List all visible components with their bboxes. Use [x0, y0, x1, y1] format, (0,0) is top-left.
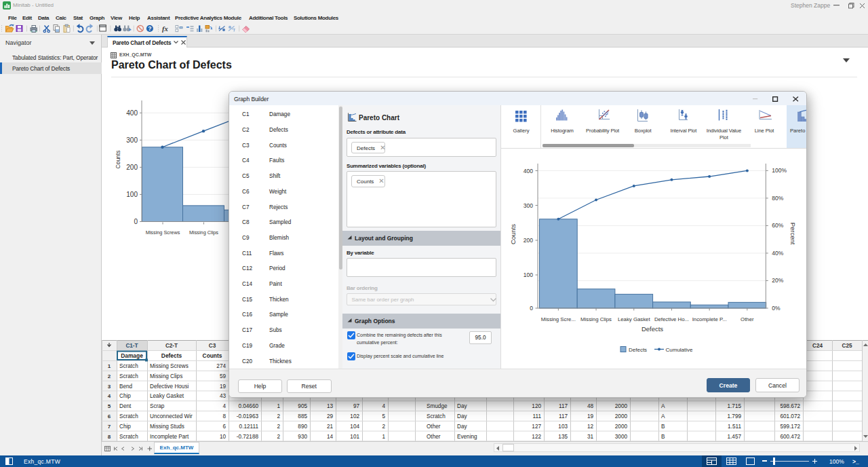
svg-text:59: 59: [220, 373, 226, 379]
svg-text:12: 12: [587, 424, 594, 430]
svg-text:C1-T: C1-T: [125, 343, 138, 349]
svg-text:Smudge: Smudge: [427, 403, 448, 409]
svg-text:B: B: [661, 434, 665, 440]
svg-text:Counts: Counts: [115, 151, 121, 169]
svg-text:Defects: Defects: [629, 347, 647, 353]
svg-text:0%: 0%: [772, 305, 781, 312]
svg-text:8: 8: [108, 434, 111, 440]
svg-text:6: 6: [222, 424, 226, 430]
svg-text:Defective Housi: Defective Housi: [150, 384, 189, 390]
svg-text:3000: 3000: [615, 434, 628, 440]
svg-text:Defective Ho...: Defective Ho...: [654, 316, 689, 322]
svg-text:2000: 2000: [615, 413, 628, 419]
svg-text:930: 930: [298, 434, 307, 440]
svg-text:7: 7: [108, 424, 111, 430]
svg-text:Day: Day: [457, 424, 467, 430]
svg-text:A: A: [661, 413, 665, 419]
svg-text:1.457: 1.457: [728, 434, 742, 440]
svg-text:19: 19: [587, 413, 594, 419]
svg-text:14: 14: [327, 434, 334, 440]
svg-text:B: B: [661, 424, 665, 430]
svg-text:80%: 80%: [772, 195, 783, 202]
svg-text:13: 13: [327, 403, 334, 409]
svg-text:43: 43: [220, 393, 226, 399]
svg-text:1: 1: [108, 363, 111, 369]
svg-text:2000: 2000: [615, 424, 628, 430]
svg-text:4: 4: [222, 403, 226, 409]
svg-text:Missing Screws: Missing Screws: [146, 229, 180, 236]
svg-text:111: 111: [533, 413, 542, 419]
svg-text:Scratch: Scratch: [119, 363, 138, 369]
svg-text:Evening: Evening: [457, 434, 477, 440]
svg-text:0.12111: 0.12111: [239, 424, 259, 430]
svg-text:C25: C25: [842, 343, 852, 349]
svg-text:Scratch: Scratch: [119, 373, 138, 379]
svg-text:Percent: Percent: [789, 223, 797, 245]
svg-text:Chip: Chip: [119, 424, 131, 430]
svg-text:A: A: [661, 403, 665, 409]
svg-text:C2-T: C2-T: [165, 343, 178, 349]
svg-text:905: 905: [298, 403, 307, 409]
svg-text:Defects: Defects: [161, 352, 182, 359]
svg-text:200: 200: [524, 237, 533, 244]
svg-text:2: 2: [108, 373, 111, 379]
svg-text:601.072: 601.072: [780, 413, 800, 419]
svg-text:2: 2: [277, 434, 280, 440]
svg-text:-0.01963: -0.01963: [237, 413, 259, 419]
svg-text:?: ?: [148, 25, 151, 32]
svg-text:135: 135: [558, 434, 568, 440]
svg-text:21: 21: [327, 424, 334, 430]
svg-text:Leaky Gasket: Leaky Gasket: [618, 316, 651, 322]
svg-text:5: 5: [108, 403, 111, 409]
svg-text:Counts: Counts: [203, 352, 222, 359]
svg-text:117: 117: [559, 413, 568, 419]
svg-text:2000: 2000: [615, 403, 628, 409]
svg-text:Missing Scre...: Missing Scre...: [541, 316, 576, 322]
svg-text:19: 19: [220, 384, 226, 390]
svg-text:fx: fx: [162, 25, 168, 33]
svg-text:100%: 100%: [772, 167, 787, 174]
svg-text:Scratch: Scratch: [427, 413, 446, 419]
svg-text:599.172: 599.172: [780, 424, 800, 430]
svg-text:31: 31: [587, 434, 594, 440]
svg-text:Other: Other: [741, 316, 754, 322]
svg-text:2: 2: [277, 413, 280, 419]
svg-text:Incomplete P...: Incomplete P...: [692, 316, 727, 322]
svg-text:1.799: 1.799: [728, 413, 742, 419]
svg-text:4: 4: [382, 403, 385, 409]
svg-text:Missing Studs: Missing Studs: [150, 424, 184, 430]
svg-text:200: 200: [126, 164, 138, 171]
svg-text:Other: Other: [427, 434, 441, 440]
svg-text:0.04660: 0.04660: [238, 403, 258, 409]
svg-text:Bend: Bend: [119, 384, 133, 390]
svg-text:103: 103: [558, 424, 568, 430]
svg-text:Chip: Chip: [119, 393, 131, 399]
svg-text:122: 122: [532, 434, 541, 440]
svg-text:Incomplete Part: Incomplete Part: [150, 434, 189, 440]
svg-text:C3: C3: [209, 343, 216, 349]
svg-text:300: 300: [524, 202, 533, 209]
svg-text:890: 890: [298, 424, 307, 430]
svg-text:2: 2: [277, 424, 280, 430]
svg-text:102: 102: [350, 413, 359, 419]
svg-text:6: 6: [108, 413, 111, 419]
svg-text:400: 400: [524, 168, 533, 174]
svg-text:Missing Clips: Missing Clips: [189, 229, 218, 236]
svg-text:Counts: Counts: [509, 224, 517, 244]
svg-text:48: 48: [587, 403, 594, 409]
svg-text:Defects: Defects: [642, 325, 663, 333]
svg-text:885: 885: [298, 413, 307, 419]
svg-text:Cumulative: Cumulative: [666, 347, 694, 353]
svg-text:104: 104: [350, 424, 359, 430]
svg-text:40%: 40%: [772, 250, 783, 257]
svg-text:5: 5: [382, 413, 385, 419]
svg-text:127: 127: [532, 424, 541, 430]
svg-text:Dent: Dent: [119, 403, 132, 409]
svg-text:C24: C24: [812, 343, 823, 349]
svg-text:1: 1: [277, 403, 280, 409]
svg-text:60%: 60%: [772, 222, 783, 229]
svg-text:Scrap: Scrap: [150, 403, 165, 409]
svg-text:Unconnected Wir: Unconnected Wir: [150, 413, 193, 419]
svg-text:1: 1: [382, 434, 385, 440]
svg-text:600.472: 600.472: [780, 434, 800, 440]
